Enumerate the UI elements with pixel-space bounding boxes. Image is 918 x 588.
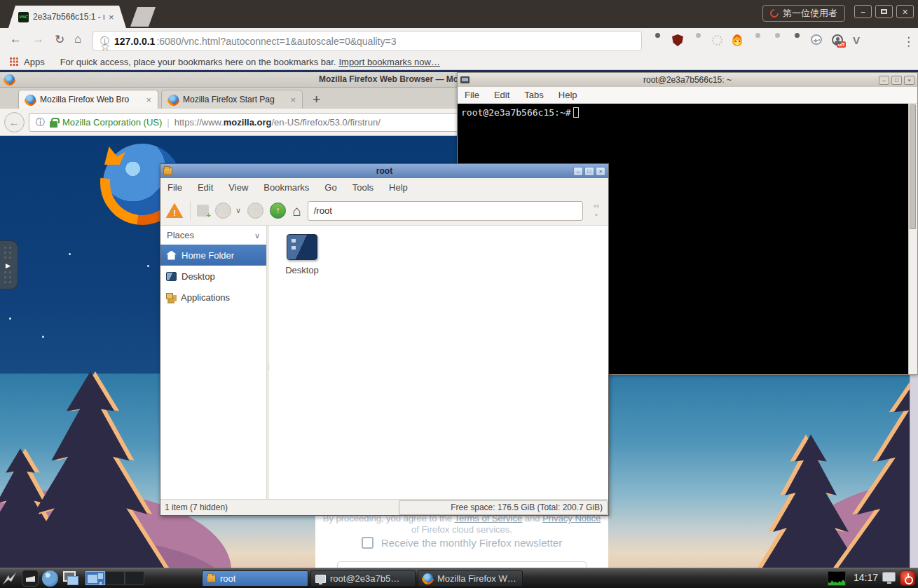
menu-edit[interactable]: Edit [198, 182, 213, 193]
taskbar-button-file-manager[interactable]: root [202, 570, 308, 587]
menu-help[interactable]: Help [559, 90, 577, 100]
directory-tree-toggle-icon[interactable]: °°⌄ [589, 205, 603, 217]
menu-help[interactable]: Help [389, 182, 408, 193]
file-manager-menubar: File Edit View Bookmarks Go Tools Help [160, 178, 608, 196]
path-field[interactable]: /root [308, 201, 583, 221]
menu-go[interactable]: Go [324, 182, 336, 193]
ev-identity-label[interactable]: Mozilla Corporation (US) [62, 117, 162, 128]
taskbar-button-firefox[interactable]: Mozilla Firefox W… [418, 570, 523, 587]
places-header[interactable]: Places [160, 226, 266, 245]
extension-puzzle-gray-icon[interactable] [752, 34, 765, 47]
menu-view[interactable]: View [228, 182, 248, 193]
new-tab-icon[interactable] [197, 205, 209, 217]
grip-dots [4, 271, 6, 273]
grip-dots [4, 247, 6, 249]
window-stack-icon[interactable] [62, 570, 78, 587]
lxde-menu-icon[interactable] [1, 570, 18, 587]
new-tab-plus-icon[interactable] [313, 92, 320, 107]
atom-grid-icon[interactable] [712, 35, 722, 46]
scrollbar-thumb[interactable] [910, 104, 916, 229]
maximize-button[interactable] [584, 167, 594, 176]
sidebar-item-home-folder[interactable]: Home Folder [160, 245, 266, 266]
bookmark-star-icon[interactable] [100, 40, 102, 42]
tab-close-icon[interactable] [146, 95, 151, 105]
firefox-tab-active[interactable]: Mozilla Firefox Web Bro [18, 90, 158, 109]
reload-icon[interactable] [55, 32, 64, 47]
minimize-button[interactable] [573, 167, 583, 176]
newsletter-checkbox[interactable] [362, 537, 374, 549]
menu-tabs[interactable]: Tabs [524, 90, 543, 100]
chrome-profile-badge[interactable]: 第一位使用者 [762, 5, 845, 22]
star-dot [42, 336, 44, 338]
tab-close-icon[interactable] [109, 13, 114, 22]
status-free-space: Free space: 176.5 GiB (Total: 200.7 GiB) [399, 500, 608, 515]
kebab-menu-icon[interactable] [903, 34, 915, 47]
forward-icon[interactable] [32, 32, 44, 46]
workspace-3[interactable] [125, 571, 144, 585]
workspace-1-active[interactable] [85, 571, 105, 585]
extension-puzzle-dark-icon[interactable] [791, 34, 804, 47]
tab-close-icon[interactable] [290, 95, 296, 105]
home-folder-icon[interactable] [292, 203, 301, 218]
menu-tools[interactable]: Tools [352, 182, 374, 193]
clock[interactable]: 14:17 [854, 572, 878, 583]
terminal-titlebar[interactable]: root@2e3a7b566c15: ~ [458, 73, 917, 87]
page-info-icon[interactable] [36, 116, 45, 129]
sidebar-item-desktop[interactable]: Desktop [160, 266, 266, 287]
sidebar-item-label: Applications [181, 292, 230, 303]
menu-file[interactable]: File [465, 90, 479, 100]
taskbar-button-terminal[interactable]: root@2e3a7b5… [310, 570, 416, 587]
workspace-2[interactable] [105, 571, 125, 585]
close-button[interactable] [896, 5, 914, 18]
warning-triangle-icon[interactable] [165, 203, 184, 219]
power-logout-icon[interactable] [900, 570, 915, 586]
omnibox[interactable]: 127.0.0.1 :6080/vnc.html?autoconnect=1&a… [93, 31, 642, 51]
file-item-desktop[interactable]: Desktop [279, 234, 325, 275]
file-list-area[interactable]: Desktop [269, 226, 608, 500]
urlbar-divider: | [167, 117, 169, 128]
close-button[interactable] [904, 76, 914, 85]
firefox-back-button[interactable] [4, 112, 25, 132]
iconify-desktop-icon[interactable] [22, 570, 39, 587]
ublock-shield-icon[interactable] [672, 34, 683, 46]
back-icon[interactable] [10, 32, 22, 46]
up-folder-icon[interactable] [270, 203, 286, 219]
web-browser-icon[interactable] [42, 570, 58, 587]
menu-bookmarks[interactable]: Bookmarks [263, 182, 309, 193]
extension-puzzle-gray-icon[interactable] [772, 34, 784, 47]
back-nav-icon[interactable] [215, 203, 231, 219]
chat-bubble-icon[interactable] [811, 34, 822, 45]
maximize-button[interactable] [875, 5, 893, 18]
v-chevron-icon[interactable] [853, 34, 865, 47]
profile-off-icon[interactable]: off [832, 34, 843, 46]
chrome-tab[interactable]: VNC 2e3a7b566c15:1 - noVNC [8, 6, 126, 28]
menu-file[interactable]: File [167, 182, 182, 193]
fm-window-controls [573, 167, 605, 176]
maximize-button[interactable] [891, 76, 902, 85]
forward-nav-icon[interactable] [247, 203, 263, 219]
history-chevron-icon[interactable] [235, 206, 241, 215]
terminal-scrollbar[interactable] [908, 104, 917, 374]
screensaver-icon[interactable] [882, 572, 896, 582]
extension-puzzle-dark-icon[interactable] [652, 34, 664, 47]
applications-icon [166, 293, 176, 302]
home-icon[interactable] [74, 32, 81, 46]
extension-puzzle-gray-icon[interactable] [692, 34, 705, 47]
novnc-control-handle[interactable] [0, 240, 18, 289]
workspace-pager[interactable] [85, 571, 144, 585]
file-manager-titlebar[interactable]: root [160, 164, 608, 178]
flame-icon[interactable] [732, 34, 742, 46]
apps-grid-icon[interactable] [10, 57, 18, 66]
import-bookmarks-link[interactable]: Import bookmarks now… [338, 57, 440, 67]
menu-edit[interactable]: Edit [494, 90, 509, 100]
sidebar-item-applications[interactable]: Applications [160, 287, 266, 308]
cpu-monitor-graph[interactable] [828, 571, 846, 586]
chrome-new-tab-button[interactable] [130, 7, 156, 27]
close-button[interactable] [596, 167, 605, 176]
firefox-icon [423, 573, 433, 584]
apps-label[interactable]: Apps [24, 57, 45, 67]
terminal-monitor-icon [315, 575, 326, 583]
firefox-tab-inactive[interactable]: Mozilla Firefox Start Pag [161, 90, 303, 109]
minimize-button[interactable] [879, 76, 889, 85]
minimize-button[interactable] [854, 5, 872, 18]
